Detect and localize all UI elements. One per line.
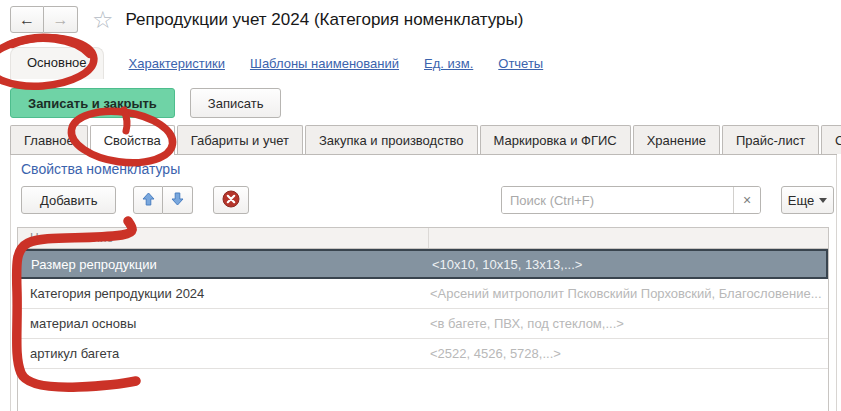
properties-table: Наименование Размер репродукции <10x10, … — [17, 227, 829, 411]
back-button[interactable]: ← — [10, 6, 44, 33]
tab-dimensions[interactable]: Габариты и учет — [177, 125, 303, 154]
top-bar: ← → ☆ Репродукции учет 2024 (Категория н… — [10, 6, 523, 33]
nav-item-name-templates[interactable]: Шаблоны наименований — [250, 56, 399, 79]
tab-price-list[interactable]: Прайс-лист — [722, 125, 819, 154]
page-title: Репродукции учет 2024 (Категория номенкл… — [126, 10, 524, 30]
command-bar: Записать и закрыть Записать — [10, 88, 281, 118]
nav-item-main[interactable]: Основное — [10, 47, 104, 79]
search-input[interactable] — [502, 187, 733, 213]
property-name: Размер репродукции — [20, 257, 432, 272]
tab-strip: Главное Свойства Габариты и учет Закупка… — [10, 125, 837, 155]
tab-main[interactable]: Главное — [10, 125, 88, 154]
delete-cross-icon — [222, 190, 240, 211]
property-values: <Арсений митрополит Псковскийи Порховски… — [430, 286, 828, 301]
table-row[interactable]: материал основы <в багете, ПВХ, под стек… — [18, 309, 828, 339]
nomenclature-category-window: ← → ☆ Репродукции учет 2024 (Категория н… — [0, 0, 841, 411]
save-button[interactable]: Записать — [190, 88, 282, 118]
property-name: артикул багета — [18, 346, 430, 361]
save-and-close-button[interactable]: Записать и закрыть — [10, 88, 175, 118]
nav-item-reports[interactable]: Отчеты — [498, 56, 543, 79]
table-row[interactable]: Категория репродукции 2024 <Арсений митр… — [18, 279, 828, 309]
nav-item-units[interactable]: Ед. изм. — [424, 56, 473, 79]
property-name: Категория репродукции 2024 — [18, 286, 430, 301]
tab-storage[interactable]: Хранение — [633, 125, 720, 154]
reorder-group — [133, 186, 193, 214]
table-row[interactable]: Размер репродукции <10x10, 10x15, 13x13,… — [18, 249, 828, 279]
arrow-up-icon — [142, 192, 155, 209]
move-down-button[interactable] — [163, 186, 193, 214]
chevron-down-icon — [819, 198, 827, 203]
column-header-values[interactable] — [429, 228, 828, 248]
tab-marking-fgis[interactable]: Маркировка и ФГИС — [480, 125, 631, 154]
favorite-star-icon[interactable]: ☆ — [92, 8, 114, 32]
tab-properties[interactable]: Свойства — [90, 125, 175, 155]
section-menu: Основное Характеристики Шаблоны наименов… — [10, 49, 543, 79]
property-values: <10x10, 10x15, 13x13,...> — [432, 257, 826, 272]
nav-item-characteristics[interactable]: Характеристики — [129, 56, 225, 79]
search-box: × — [501, 186, 761, 214]
property-name: материал основы — [18, 316, 430, 331]
more-button-label: Еще — [788, 193, 814, 208]
section-title: Свойства номенклатуры — [21, 161, 180, 177]
clear-search-button[interactable]: × — [733, 187, 760, 213]
back-arrow-icon: ← — [19, 11, 35, 29]
tab-purchase-production[interactable]: Закупка и производство — [305, 125, 478, 154]
properties-tab-panel: Свойства номенклатуры Добавить — [10, 155, 837, 411]
table-header-row[interactable]: Наименование — [18, 228, 828, 249]
delete-button[interactable] — [213, 186, 249, 214]
history-nav-group: ← → — [10, 6, 78, 33]
column-header-name[interactable]: Наименование — [18, 228, 429, 248]
more-button[interactable]: Еще — [781, 186, 834, 214]
properties-toolbar: Добавить — [21, 185, 834, 215]
arrow-down-icon — [171, 192, 184, 209]
forward-arrow-icon: → — [53, 11, 69, 29]
table-row[interactable]: артикул багета <2522, 4526, 5728,...> — [18, 339, 828, 369]
property-values: <в багете, ПВХ, под стеклом,...> — [430, 316, 828, 331]
property-values: <2522, 4526, 5728,...> — [430, 346, 828, 361]
tab-accounts[interactable]: Счета учета — [821, 125, 841, 154]
move-up-button[interactable] — [133, 186, 163, 214]
forward-button[interactable]: → — [44, 6, 78, 33]
add-button[interactable]: Добавить — [21, 186, 116, 214]
